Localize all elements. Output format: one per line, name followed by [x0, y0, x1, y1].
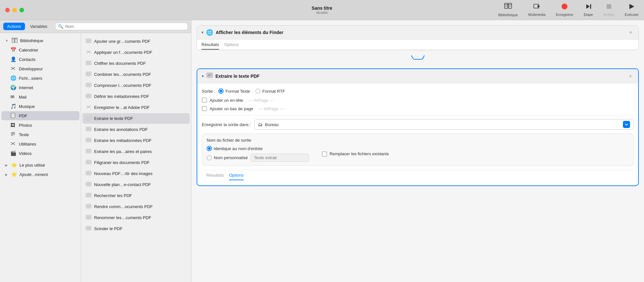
toolbar-enregistrer[interactable]: Enregistrer: [556, 3, 573, 17]
toolbar-executer[interactable]: Exécuter: [625, 3, 639, 17]
action-appliquer-f[interactable]: Appliquer un f…ocuments PDF: [82, 47, 190, 58]
cat-plus-utilise-label: Le plus utilisé: [19, 163, 45, 168]
action-nouveau-pdf[interactable]: Nouveau PDF…rtir des images: [82, 168, 190, 179]
svg-rect-62: [87, 205, 91, 207]
svg-point-10: [562, 4, 567, 9]
card-extraire-close[interactable]: ×: [627, 73, 634, 79]
tab-variables[interactable]: Variables: [26, 23, 51, 30]
action-definir-meta[interactable]: Définir les métadonnées PDF: [82, 91, 190, 102]
checkbox-entete[interactable]: [202, 98, 207, 103]
tab-bottom-options[interactable]: Options: [229, 173, 244, 180]
checkbox-bas-row: Ajouter un bas de page --- ##Page ---: [202, 106, 634, 111]
radio-format-texte[interactable]: Format Texte: [218, 88, 250, 94]
cat-videos[interactable]: 🎬 Vidéos: [1, 149, 79, 158]
cat-utilitaires[interactable]: Utilitaires: [1, 139, 79, 148]
cat-developpeur[interactable]: Développeur: [1, 64, 79, 73]
toolbar-multimedia[interactable]: Multimédia: [528, 3, 545, 17]
radio-identique[interactable]: Identique au nom d'entrée: [207, 146, 309, 151]
radio-format-rtf[interactable]: Format RTF: [255, 88, 285, 94]
radio-btn-nom-perso[interactable]: [207, 155, 212, 160]
action-scinder[interactable]: Scinder le PDF: [82, 223, 190, 234]
tab-afficher-resultats[interactable]: Résultats: [201, 42, 219, 50]
sidebar-search[interactable]: 🔍: [55, 23, 188, 30]
cat-ajoute[interactable]: ▶ ⭐ Ajouté...mment: [1, 170, 79, 179]
cat-internet[interactable]: 🌍 Internet: [1, 83, 79, 92]
action-enregistrer-adobe[interactable]: Enregistrer le…at Adobe PDF: [82, 102, 190, 113]
cat-mail-label: Mail: [19, 95, 27, 100]
action-label-enregistrer-adobe: Enregistrer le…at Adobe PDF: [94, 105, 150, 110]
action-label-extraire-annotations: Extraire les annotations PDF: [94, 127, 148, 132]
action-renommer[interactable]: Renommer les…cuments PDF: [82, 212, 190, 223]
radio-nom-perso-label: Nom personnalisé: [214, 155, 248, 160]
tab-bottom-resultats[interactable]: Résultats: [206, 173, 224, 180]
card-afficher-chevron[interactable]: ▾: [201, 30, 203, 35]
radio-texte-label: Format Texte: [225, 89, 250, 94]
cat-calendrier[interactable]: 📅 Calendrier: [1, 45, 79, 54]
cat-musique[interactable]: 🎵 Musique: [1, 102, 79, 111]
action-icon-nouveau-pdf: [86, 170, 91, 177]
close-button[interactable]: [5, 8, 10, 12]
svg-rect-12: [590, 4, 591, 9]
cat-fichiers-label: Fichi...ssiers: [19, 76, 42, 81]
action-extraire-annotations[interactable]: Extraire les annotations PDF: [82, 124, 190, 135]
action-filigraner[interactable]: Filigraner les documents PDF: [82, 157, 190, 168]
app-title: Sans titre: [312, 6, 333, 11]
maximize-button[interactable]: [19, 8, 24, 12]
utilitaires-icon: [10, 141, 16, 147]
toolbar-etape[interactable]: Étape: [584, 3, 593, 17]
cat-plus-utilise[interactable]: ▶ ⭐ Le plus utilisé: [1, 160, 79, 170]
action-ajouter-gr[interactable]: Ajouter une gr…cuments PDF: [82, 36, 190, 47]
action-nouvelle-plan[interactable]: Nouvelle plan…e-contact PDF: [82, 179, 190, 190]
enregistrer-icon: [561, 3, 568, 11]
action-label-combiner: Combiner les…ocuments PDF: [94, 72, 151, 77]
minimize-button[interactable]: [12, 8, 17, 12]
action-icon-appliquer-f: [86, 49, 91, 56]
search-icon: 🔍: [58, 24, 63, 29]
expand-arrow-ajoute: ▶: [5, 173, 8, 176]
svg-rect-58: [87, 183, 91, 185]
cat-contacts[interactable]: 👤 Contacts: [1, 55, 79, 64]
tab-afficher-options[interactable]: Options: [224, 42, 239, 50]
texte-extrait-input[interactable]: [250, 154, 309, 162]
action-extraire-texte[interactable]: Extraire le texte PDF: [82, 113, 190, 124]
radio-btn-rtf[interactable]: [255, 88, 261, 94]
cat-bibliotheque[interactable]: ▼ Bibliothèque: [1, 36, 79, 45]
svg-rect-38: [87, 73, 91, 75]
card-afficher-close[interactable]: ×: [627, 29, 634, 36]
checkbox-remplacer[interactable]: [322, 151, 327, 157]
action-rechercher[interactable]: Rechercher les PDF: [82, 190, 190, 201]
radio-btn-texte[interactable]: [218, 88, 224, 94]
save-select[interactable]: 🗂 Bureau: [254, 119, 634, 130]
titlebar: Sans titre Modifié Bibliothèque: [0, 0, 644, 20]
checkbox-bas[interactable]: [202, 106, 207, 111]
action-icon-scinder: [86, 225, 91, 232]
card-extraire-chevron[interactable]: ▾: [202, 74, 204, 78]
action-icon-definir-meta: [86, 93, 91, 100]
action-rendre-comm[interactable]: Rendre comm…ocuments PDF: [82, 201, 190, 212]
tab-actions[interactable]: Actions: [3, 23, 25, 30]
radio-btn-identique[interactable]: [207, 146, 212, 151]
cat-fichiers[interactable]: 🌐 Fichi...ssiers: [1, 74, 79, 83]
action-compresser[interactable]: Compresser l…ocuments PDF: [82, 80, 190, 91]
toolbar-library[interactable]: Bibliothèque: [498, 3, 518, 17]
search-input[interactable]: [65, 24, 185, 29]
svg-rect-42: [87, 95, 91, 97]
svg-rect-64: [87, 216, 91, 218]
cat-pdf[interactable]: PDF: [1, 111, 79, 120]
action-combiner[interactable]: Combiner les…ocuments PDF: [82, 69, 190, 80]
calendrier-icon: 📅: [10, 47, 16, 53]
cat-texte[interactable]: Texte: [1, 130, 79, 139]
save-select-arrow[interactable]: [623, 121, 630, 128]
photos-icon: 🖼: [10, 122, 16, 128]
sidebar-tabs: Actions Variables 🔍: [0, 20, 191, 33]
action-extraire-pa[interactable]: Extraire les pa…aires et paires: [82, 146, 190, 157]
radio-nom-perso[interactable]: Nom personnalisé: [207, 155, 248, 160]
app-subtitle: Modifié: [312, 11, 333, 15]
toolbar-arreter[interactable]: Arrêter: [603, 3, 614, 17]
cat-mail[interactable]: ✉ Mail: [1, 92, 79, 101]
card-afficher: ▾ 🌐 Afficher les éléments du Finder × Ré…: [197, 25, 639, 50]
toolbar-multimedia-label: Multimédia: [528, 13, 545, 17]
action-extraire-meta[interactable]: Extraire les métadonnées PDF: [82, 135, 190, 146]
action-chiffrer[interactable]: Chiffrer les documents PDF: [82, 58, 190, 69]
cat-photos[interactable]: 🖼 Photos: [1, 121, 79, 130]
